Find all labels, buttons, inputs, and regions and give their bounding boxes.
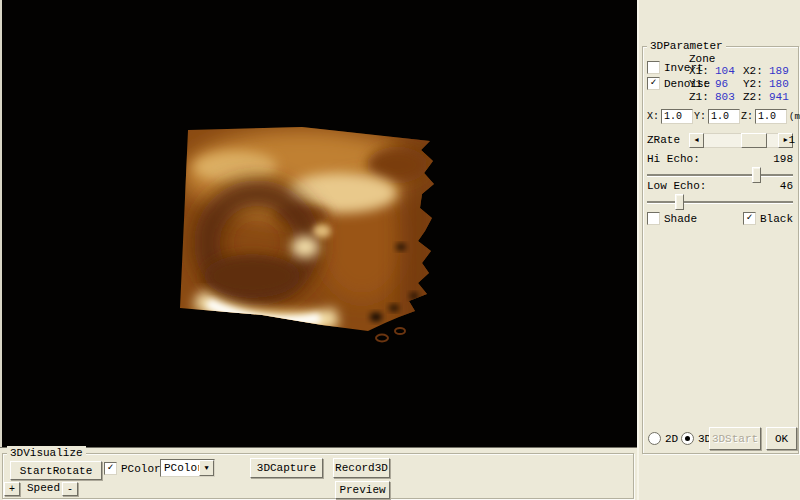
zrate-scrollbar-thumb[interactable] — [741, 133, 767, 148]
low-echo-slider-track[interactable] — [647, 201, 793, 204]
zone-z2-label: Z2: — [743, 91, 769, 104]
zone-x2-value: 189 — [769, 65, 795, 78]
3dparameter-groupbox: 3DParameter Invert ✓ Denoise Zone X1: 10… — [642, 46, 799, 454]
application-window: 3DParameter Invert ✓ Denoise Zone X1: 10… — [0, 0, 800, 500]
mode-3d-radio-circle[interactable] — [681, 432, 694, 445]
low-echo-value: 46 — [780, 180, 793, 192]
zone-row-y: Y1: 96 Y2: 180 — [689, 78, 795, 91]
checkmark-icon: ✓ — [650, 77, 656, 88]
ok-button[interactable]: OK — [766, 427, 797, 450]
3dvisualize-group-title: 3DVisualize — [7, 446, 86, 460]
low-echo-label: Low Echo: — [647, 180, 706, 192]
denoise-checkbox-box[interactable]: ✓ — [647, 77, 660, 90]
pcolor-checkbox[interactable]: ✓ PColor — [104, 462, 161, 475]
black-checkbox-label: Black — [760, 213, 793, 225]
zrate-row: ZRate ◄ ► 1 — [647, 133, 795, 148]
render-viewport[interactable] — [0, 0, 637, 448]
pcolor-dropdown-button[interactable]: ▼ — [199, 460, 214, 476]
y-scale-label: Y: — [694, 111, 706, 122]
zone-x1-value: 104 — [715, 65, 741, 78]
x-scale-input[interactable]: 1.0 — [661, 109, 693, 124]
3dcapture-button[interactable]: 3DCapture — [250, 458, 323, 478]
checkmark-icon: ✓ — [746, 212, 752, 223]
parameter-panel: 3DParameter Invert ✓ Denoise Zone X1: 10… — [637, 0, 800, 500]
zrate-value: 1 — [788, 134, 795, 146]
speed-minus-button[interactable]: - — [62, 482, 78, 496]
mode-3d-radio[interactable]: 3D — [681, 432, 711, 445]
arrow-right-icon: ► — [783, 136, 787, 144]
hi-echo-value: 198 — [773, 153, 793, 165]
checkmark-icon: ✓ — [107, 462, 113, 473]
zone-row-z: Z1: 803 Z2: 941 — [689, 91, 795, 104]
mode-2d-radio-circle[interactable] — [648, 432, 661, 445]
shade-checkbox-label: Shade — [664, 213, 697, 225]
pcolor-checkbox-label: PColor — [121, 463, 161, 475]
zone-y2-value: 180 — [769, 78, 795, 91]
zone-x2-label: X2: — [743, 65, 769, 78]
low-echo-label-row: Low Echo: 46 — [647, 180, 793, 192]
speed-label: Speed — [27, 482, 60, 494]
scale-unit-label: (mm/p) — [789, 112, 800, 122]
zone-z2-value: 941 — [769, 91, 795, 104]
zone-title: Zone — [689, 53, 795, 65]
arrow-left-icon: ◄ — [694, 136, 698, 144]
shade-checkbox-box[interactable] — [647, 212, 660, 225]
zone-readout: Zone X1: 104 X2: 189 Y1: 96 Y2: 180 Z1: … — [689, 53, 795, 104]
mode-2d-radio-label: 2D — [665, 433, 678, 445]
zrate-scrollbar[interactable]: ◄ ► — [689, 133, 793, 148]
record3d-button[interactable]: Record3D — [333, 458, 390, 478]
zone-y1-label: Y1: — [689, 78, 715, 91]
low-echo-slider-thumb[interactable] — [675, 194, 684, 210]
zone-y2-label: Y2: — [743, 78, 769, 91]
zone-z1-label: Z1: — [689, 91, 715, 104]
black-checkbox-box[interactable]: ✓ — [743, 212, 756, 225]
preview-button[interactable]: Preview — [335, 481, 390, 499]
mode-2d-radio[interactable]: 2D — [648, 432, 678, 445]
hi-echo-slider-track[interactable] — [647, 174, 793, 177]
hi-echo-label: Hi Echo: — [647, 153, 700, 165]
pcolor-dropdown-value: PColor — [164, 462, 204, 474]
zone-z1-value: 803 — [715, 91, 741, 104]
z-scale-label: Z: — [741, 111, 753, 122]
pcolor-dropdown[interactable]: PColor ▼ — [160, 459, 215, 477]
start-rotate-button[interactable]: StartRotate — [10, 461, 102, 480]
hi-echo-label-row: Hi Echo: 198 — [647, 153, 793, 165]
visualize-toolbar: 3DVisualize StartRotate + Speed - ✓ PCol… — [0, 447, 637, 500]
shade-checkbox[interactable]: Shade — [647, 212, 697, 225]
3dstart-button[interactable]: 3DStart — [709, 427, 761, 450]
speed-plus-button[interactable]: + — [4, 482, 20, 496]
invert-checkbox-box[interactable] — [647, 61, 660, 74]
zone-x1-label: X1: — [689, 65, 715, 78]
y-scale-input[interactable]: 1.0 — [708, 109, 740, 124]
black-checkbox[interactable]: ✓ Black — [743, 212, 793, 225]
zrate-scroll-left-button[interactable]: ◄ — [689, 133, 704, 148]
zrate-label: ZRate — [647, 134, 680, 146]
zone-y1-value: 96 — [715, 78, 741, 91]
x-scale-label: X: — [647, 111, 659, 122]
z-scale-input[interactable]: 1.0 — [755, 109, 787, 124]
ultrasound-volume-render — [2, 0, 637, 446]
pcolor-checkbox-box[interactable]: ✓ — [104, 462, 117, 475]
3dparameter-group-title: 3DParameter — [647, 39, 726, 53]
chevron-down-icon: ▼ — [204, 464, 208, 472]
low-echo-slider[interactable] — [647, 193, 793, 211]
zone-row-x: X1: 104 X2: 189 — [689, 65, 795, 78]
scale-inputs-row: X: 1.0 Y: 1.0 Z: 1.0 (mm/p) — [646, 109, 794, 124]
